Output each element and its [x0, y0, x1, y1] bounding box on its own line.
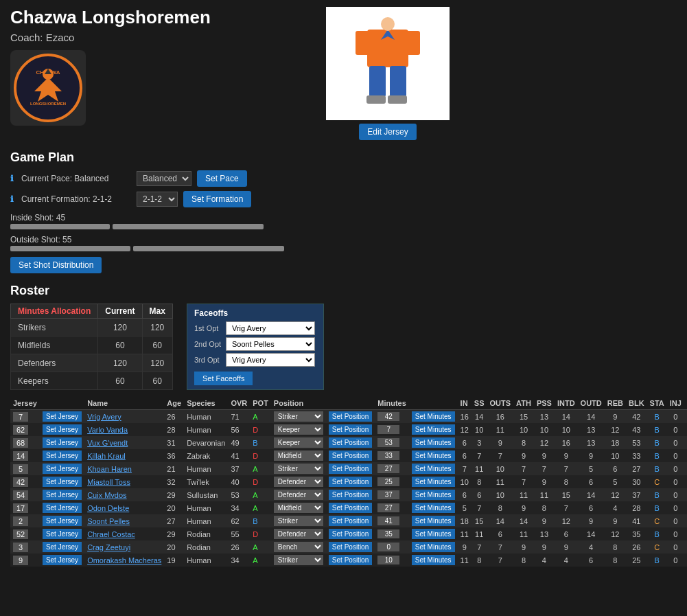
set-minutes-button[interactable]: Set Minutes: [412, 555, 455, 565]
minutes-input[interactable]: [377, 503, 399, 512]
set-jersey-button[interactable]: Set Jersey: [43, 450, 82, 461]
minutes-cell[interactable]: [375, 423, 409, 436]
position-cell[interactable]: StrikerKeeperMidfieldDefenderBench: [271, 475, 326, 488]
set-jersey-button[interactable]: Set Jersey: [43, 411, 82, 422]
player-name-cell[interactable]: Khoan Haren: [84, 462, 164, 475]
set-position-cell[interactable]: Set Position: [326, 514, 375, 527]
pace-select[interactable]: Balanced Fast Slow: [137, 171, 191, 186]
player-name[interactable]: Crag Zeetuyi: [87, 543, 130, 551]
position-cell[interactable]: StrikerKeeperMidfieldDefenderBench: [271, 436, 326, 449]
set-position-button[interactable]: Set Position: [329, 490, 372, 500]
set-jersey-cell[interactable]: Set Jersey: [40, 423, 84, 436]
position-cell[interactable]: StrikerKeeperMidfieldDefenderBench: [271, 462, 326, 475]
position-select[interactable]: StrikerKeeperMidfieldDefenderBench: [274, 555, 323, 565]
set-minutes-button[interactable]: Set Minutes: [412, 411, 455, 422]
minutes-cell[interactable]: [375, 449, 409, 462]
position-select[interactable]: StrikerKeeperMidfieldDefenderBench: [274, 450, 323, 461]
set-position-cell[interactable]: Set Position: [326, 423, 375, 436]
position-select[interactable]: StrikerKeeperMidfieldDefenderBench: [274, 477, 323, 487]
set-minutes-cell[interactable]: Set Minutes: [409, 527, 458, 540]
player-name[interactable]: Cuix Mydos: [87, 491, 126, 499]
set-minutes-button[interactable]: Set Minutes: [412, 477, 455, 487]
set-minutes-cell[interactable]: Set Minutes: [409, 475, 458, 488]
player-name-cell[interactable]: Vrig Avery: [84, 410, 164, 424]
minutes-input[interactable]: [377, 477, 399, 486]
faceoff-select-2[interactable]: Vrig AverySoont PellesVarlo VandaCuix My…: [226, 337, 315, 351]
set-position-button[interactable]: Set Position: [329, 542, 372, 552]
player-name-cell[interactable]: Miastoll Toss: [84, 475, 164, 488]
minutes-cell[interactable]: [375, 475, 409, 488]
formation-select[interactable]: 2-1-2 1-2-2 2-2-1: [137, 192, 178, 207]
position-select[interactable]: StrikerKeeperMidfieldDefenderBench: [274, 424, 323, 435]
set-minutes-cell[interactable]: Set Minutes: [409, 554, 458, 567]
position-select[interactable]: StrikerKeeperMidfieldDefenderBench: [274, 411, 323, 422]
set-minutes-button[interactable]: Set Minutes: [412, 516, 455, 526]
minutes-input[interactable]: [377, 451, 399, 460]
faceoff-select-1[interactable]: Vrig AverySoont PellesVarlo VandaCuix My…: [226, 321, 315, 335]
position-cell[interactable]: StrikerKeeperMidfieldDefenderBench: [271, 449, 326, 462]
set-position-button[interactable]: Set Position: [329, 503, 372, 513]
player-name[interactable]: Chrael Costac: [87, 530, 135, 538]
minutes-input[interactable]: [377, 438, 399, 447]
set-jersey-cell[interactable]: Set Jersey: [40, 462, 84, 475]
minutes-input[interactable]: [377, 425, 399, 434]
set-jersey-cell[interactable]: Set Jersey: [40, 554, 84, 567]
set-minutes-cell[interactable]: Set Minutes: [409, 514, 458, 527]
minutes-input[interactable]: [377, 412, 399, 421]
player-name[interactable]: Omorakash Macheras: [87, 556, 161, 564]
player-name[interactable]: Miastoll Toss: [87, 478, 130, 486]
set-minutes-cell[interactable]: Set Minutes: [409, 540, 458, 554]
set-jersey-button[interactable]: Set Jersey: [43, 490, 82, 500]
set-jersey-button[interactable]: Set Jersey: [43, 477, 82, 487]
set-jersey-button[interactable]: Set Jersey: [43, 555, 82, 565]
set-jersey-button[interactable]: Set Jersey: [43, 529, 82, 539]
set-minutes-cell[interactable]: Set Minutes: [409, 488, 458, 501]
set-minutes-cell[interactable]: Set Minutes: [409, 449, 458, 462]
minutes-cell[interactable]: [375, 554, 409, 567]
player-name-cell[interactable]: Crag Zeetuyi: [84, 540, 164, 554]
position-select[interactable]: StrikerKeeperMidfieldDefenderBench: [274, 490, 323, 500]
position-cell[interactable]: StrikerKeeperMidfieldDefenderBench: [271, 423, 326, 436]
set-position-cell[interactable]: Set Position: [326, 436, 375, 449]
minutes-input[interactable]: [377, 529, 399, 538]
minutes-cell[interactable]: [375, 410, 409, 424]
position-cell[interactable]: StrikerKeeperMidfieldDefenderBench: [271, 554, 326, 567]
set-minutes-button[interactable]: Set Minutes: [412, 437, 455, 448]
position-select[interactable]: StrikerKeeperMidfieldDefenderBench: [274, 542, 323, 552]
position-cell[interactable]: StrikerKeeperMidfieldDefenderBench: [271, 514, 326, 527]
set-jersey-cell[interactable]: Set Jersey: [40, 527, 84, 540]
player-name[interactable]: Varlo Vanda: [87, 426, 128, 434]
set-minutes-button[interactable]: Set Minutes: [412, 424, 455, 435]
set-position-button[interactable]: Set Position: [329, 464, 372, 474]
set-pace-button[interactable]: Set Pace: [197, 170, 247, 187]
player-name-cell[interactable]: Cuix Mydos: [84, 488, 164, 501]
set-position-button[interactable]: Set Position: [329, 437, 372, 448]
minutes-cell[interactable]: [375, 436, 409, 449]
set-minutes-cell[interactable]: Set Minutes: [409, 501, 458, 514]
minutes-cell[interactable]: [375, 514, 409, 527]
player-name-cell[interactable]: Odon Delste: [84, 501, 164, 514]
set-position-button[interactable]: Set Position: [329, 555, 372, 565]
set-minutes-cell[interactable]: Set Minutes: [409, 436, 458, 449]
set-position-cell[interactable]: Set Position: [326, 501, 375, 514]
set-jersey-button[interactable]: Set Jersey: [43, 464, 82, 474]
set-position-cell[interactable]: Set Position: [326, 540, 375, 554]
minutes-input[interactable]: [377, 543, 399, 551]
set-minutes-button[interactable]: Set Minutes: [412, 490, 455, 500]
set-position-button[interactable]: Set Position: [329, 477, 372, 487]
position-select[interactable]: StrikerKeeperMidfieldDefenderBench: [274, 464, 323, 474]
player-name-cell[interactable]: Omorakash Macheras: [84, 554, 164, 567]
player-name[interactable]: Killah Kraul: [87, 452, 126, 460]
set-position-cell[interactable]: Set Position: [326, 462, 375, 475]
minutes-cell[interactable]: [375, 527, 409, 540]
set-minutes-button[interactable]: Set Minutes: [412, 529, 455, 539]
set-position-button[interactable]: Set Position: [329, 516, 372, 526]
set-minutes-button[interactable]: Set Minutes: [412, 503, 455, 513]
player-name[interactable]: Odon Delste: [87, 504, 129, 512]
player-name-cell[interactable]: Vux G'vendt: [84, 436, 164, 449]
player-name[interactable]: Vrig Avery: [87, 413, 121, 421]
edit-jersey-button[interactable]: Edit Jersey: [359, 124, 416, 140]
minutes-cell[interactable]: [375, 501, 409, 514]
set-minutes-cell[interactable]: Set Minutes: [409, 410, 458, 424]
set-jersey-button[interactable]: Set Jersey: [43, 437, 82, 448]
